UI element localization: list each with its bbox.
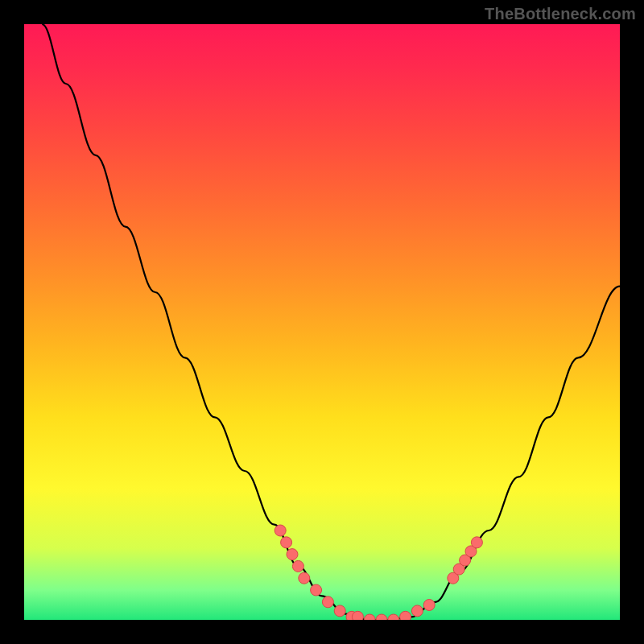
data-marker	[376, 614, 387, 620]
data-marker	[311, 584, 322, 596]
data-marker	[400, 611, 411, 620]
data-marker	[334, 605, 345, 617]
data-marker	[299, 572, 310, 584]
data-marker	[471, 537, 482, 548]
data-marker	[281, 537, 292, 548]
data-marker	[287, 549, 298, 560]
bottleneck-curve	[42, 24, 620, 620]
data-marker	[423, 600, 435, 611]
data-marker	[322, 597, 333, 608]
data-marker	[275, 525, 286, 536]
chart-frame: TheBottleneck.com	[0, 0, 644, 644]
data-marker	[388, 614, 399, 620]
chart-svg	[24, 24, 620, 620]
data-marker	[292, 560, 303, 572]
data-marker	[364, 614, 375, 620]
plot-area	[24, 24, 620, 620]
data-marker	[352, 611, 363, 620]
data-marker	[411, 605, 423, 617]
watermark-text: TheBottleneck.com	[485, 5, 636, 23]
